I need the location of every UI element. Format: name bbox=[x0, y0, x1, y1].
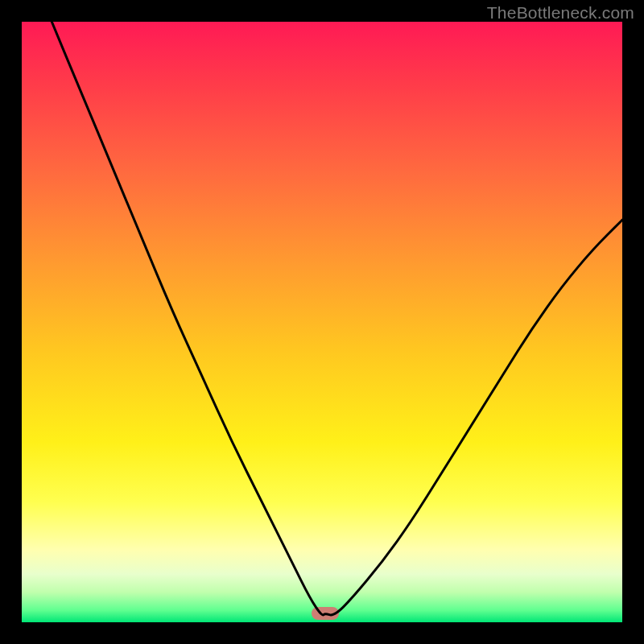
plot-area bbox=[22, 22, 622, 622]
minimum-marker bbox=[312, 607, 339, 620]
chart-frame: TheBottleneck.com bbox=[0, 0, 644, 644]
watermark-text: TheBottleneck.com bbox=[487, 3, 634, 23]
curve-path bbox=[52, 22, 622, 615]
bottleneck-curve bbox=[22, 22, 622, 622]
